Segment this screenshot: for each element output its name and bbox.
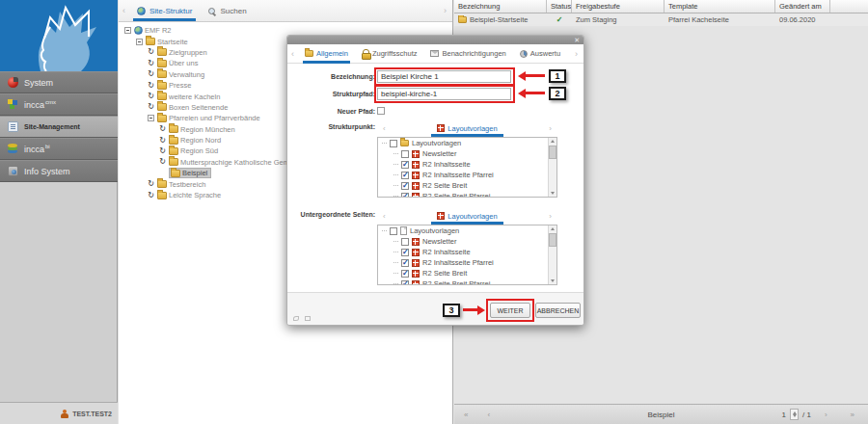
user-footer: TEST.TEST2	[0, 402, 118, 424]
sync-icon[interactable]: ↻	[158, 147, 167, 155]
column-header-bezeichnung[interactable]: Bezeichnung	[454, 0, 547, 13]
checkbox-checked[interactable]	[401, 182, 409, 190]
column-header-geaendert-am[interactable]: Geändert am	[775, 0, 830, 13]
folder-icon	[157, 103, 167, 111]
checkbox-checked[interactable]	[401, 161, 409, 169]
tree-item-label: Startseite	[157, 38, 188, 46]
chevron-right-icon[interactable]: ›	[545, 124, 556, 133]
tab-suchen[interactable]: Suchen	[200, 0, 254, 21]
folder-icon	[169, 158, 178, 166]
list-item[interactable]: R2 Seite Breit Pfarrei	[378, 278, 556, 285]
checkbox-checked[interactable]	[401, 280, 409, 286]
sidebar-item-info-system[interactable]: Info System	[0, 160, 118, 182]
collapse-icon[interactable]	[147, 115, 155, 121]
dialog-titlebar[interactable]: ✕	[287, 36, 583, 44]
tab-label: Auswertu	[530, 49, 560, 58]
checkbox-checked[interactable]	[401, 259, 409, 267]
tab-allgemein[interactable]: Allgemein	[298, 44, 355, 63]
column-header-template[interactable]: Template	[665, 0, 775, 13]
checkbox-checked[interactable]	[401, 270, 409, 278]
chevron-left-icon[interactable]: ‹	[379, 212, 390, 221]
tab-layoutvorlagen[interactable]: Layoutvorlagen	[437, 119, 497, 137]
strukturpunkt-panel: ‹ Layoutvorlagen › Layoutvorlagen Newsle…	[377, 119, 557, 198]
scrollbar[interactable]	[548, 138, 556, 197]
bezeichnung-input[interactable]	[377, 70, 511, 83]
sidebar-item-site-management[interactable]: Site-Management	[0, 116, 118, 138]
annotation-arrow-2	[518, 89, 545, 98]
close-icon[interactable]: ✕	[574, 37, 580, 43]
list-item-label: R2 Seite Breit	[422, 181, 467, 190]
sync-icon[interactable]: ↻	[147, 180, 155, 188]
chevron-right-icon[interactable]: ›	[571, 49, 582, 59]
sync-icon[interactable]: ↻	[147, 103, 155, 111]
checkbox[interactable]	[401, 150, 409, 158]
sync-icon[interactable]: ↻	[147, 93, 155, 100]
strukturpunkt-label: Strukturpunkt:	[295, 123, 375, 130]
tab-layoutvorlagen[interactable]: Layoutvorlagen	[437, 207, 497, 225]
sync-icon[interactable]: ↻	[147, 60, 155, 67]
list-item[interactable]: R2 Seite Breit Pfarrei	[378, 191, 556, 198]
tab-benachrichtigungen[interactable]: Benachrichtigungen	[423, 44, 512, 63]
list-item[interactable]: Newsletter	[378, 148, 556, 159]
sync-icon[interactable]: ↻	[158, 158, 167, 166]
green-check-icon: ✓	[556, 16, 563, 24]
cubes-icon	[8, 99, 18, 110]
collapse-icon[interactable]	[135, 39, 144, 45]
chevron-right-icon[interactable]: ›	[440, 6, 450, 15]
sync-icon[interactable]: ↻	[147, 70, 155, 78]
checkbox-checked[interactable]	[401, 172, 409, 179]
tab-site-struktur[interactable]: Site-Struktur	[129, 0, 200, 21]
list-item[interactable]: R2 Inhaltsseite Pfarrei	[378, 170, 556, 180]
list-item[interactable]: R2 Inhaltsseite	[378, 159, 556, 170]
folder-icon	[146, 38, 155, 45]
pagination-bar: « ‹ Beispiel 1 / 1 › »	[454, 404, 868, 424]
list-item[interactable]: Newsletter	[378, 236, 556, 247]
abbrechen-button[interactable]: ABBRECHEN	[535, 303, 581, 318]
sync-icon[interactable]: ↻	[158, 125, 167, 133]
list-item[interactable]: Layoutvorlagen	[378, 225, 556, 236]
sync-icon[interactable]: ↻	[147, 192, 155, 199]
folder-icon	[171, 170, 180, 177]
sidebar-item-incca-bi[interactable]: inccabi	[0, 138, 118, 160]
strukturpfad-input[interactable]	[377, 88, 511, 100]
sync-icon[interactable]: ↻	[147, 48, 155, 56]
sync-icon[interactable]: ↻	[158, 137, 167, 145]
chevron-left-icon[interactable]: ‹	[119, 6, 129, 15]
checkbox-checked[interactable]	[401, 249, 409, 256]
chevron-right-icon[interactable]: ›	[545, 212, 556, 221]
tab-auswertung[interactable]: Auswertu	[513, 44, 567, 63]
sync-icon[interactable]: ↻	[147, 82, 155, 90]
column-header-freigabestufe[interactable]: Freigabestufe	[572, 0, 665, 13]
list-item[interactable]: Layoutvorlagen	[378, 138, 556, 148]
neuer-pfad-checkbox[interactable]	[377, 107, 385, 115]
collapse-icon[interactable]	[123, 27, 132, 34]
list-item[interactable]: R2 Seite Breit	[378, 268, 556, 278]
sidebar-item-incca-cmx[interactable]: inccacmx	[0, 93, 118, 116]
list-item-label: R2 Inhaltsseite Pfarrei	[422, 171, 494, 179]
checkbox[interactable]	[390, 140, 397, 147]
annotation-step-2: 2	[549, 87, 566, 100]
scrollbar[interactable]	[548, 225, 556, 284]
folder-icon	[458, 16, 467, 23]
list-item[interactable]: R2 Inhaltsseite	[378, 247, 556, 257]
last-page-button[interactable]: »	[841, 411, 864, 419]
checkbox[interactable]	[401, 238, 409, 246]
table-row[interactable]: Beispiel-Startseite ✓ Zum Staging Pfarre…	[454, 13, 868, 26]
column-header-status[interactable]: Status	[547, 0, 572, 13]
folder-icon	[157, 93, 167, 100]
sidebar-item-system[interactable]: System	[0, 71, 118, 93]
resize-status-icon	[293, 316, 299, 321]
checkbox[interactable]	[390, 227, 397, 235]
next-page-button[interactable]: ›	[815, 411, 837, 419]
list-item[interactable]: R2 Inhaltsseite Pfarrei	[378, 257, 556, 268]
checkbox-checked[interactable]	[401, 193, 409, 199]
page-spinner[interactable]	[790, 409, 799, 420]
document-list-icon	[8, 121, 18, 132]
pie-chart-icon	[520, 50, 528, 58]
weiter-button[interactable]: WEITER	[490, 303, 530, 318]
tab-zugriffsschutz[interactable]: Zugriffsschutz	[355, 44, 424, 63]
tree-item-label: Presse	[169, 81, 191, 90]
chevron-left-icon[interactable]: ‹	[287, 49, 298, 59]
list-item[interactable]: R2 Seite Breit	[378, 180, 556, 191]
chevron-left-icon[interactable]: ‹	[379, 124, 390, 133]
